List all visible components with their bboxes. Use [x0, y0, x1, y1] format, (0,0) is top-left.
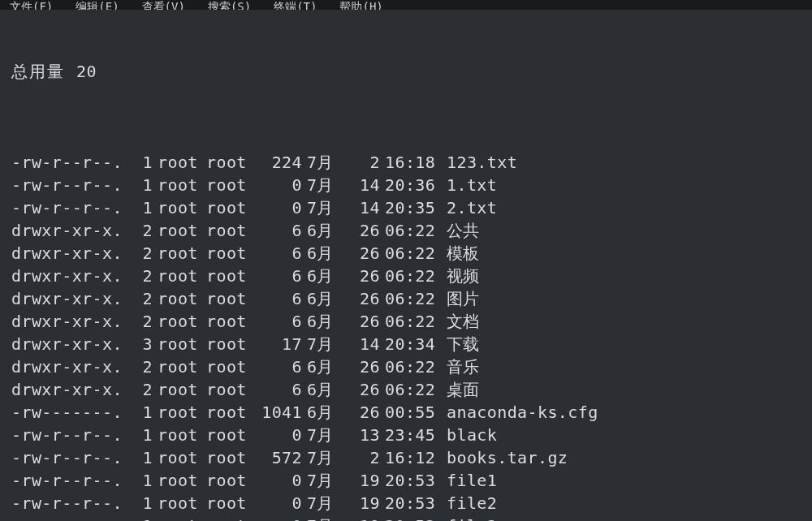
size: 17	[255, 333, 302, 355]
group: root	[206, 219, 255, 242]
month: 7月	[307, 469, 344, 492]
time: 20:34	[385, 333, 442, 355]
group: root	[206, 333, 255, 355]
menu-search[interactable]: 搜索(S)	[208, 0, 251, 10]
time: 16:12	[385, 446, 442, 469]
group: root	[206, 378, 255, 401]
group: root	[206, 151, 255, 174]
month: 7月	[307, 151, 344, 174]
group: root	[206, 355, 255, 378]
file-row: drwxr-xr-x.3rootroot177月1420:34下载	[11, 333, 801, 355]
size: 0	[255, 515, 302, 521]
file-name: 图片	[447, 287, 480, 310]
permissions: drwxr-xr-x.	[11, 287, 135, 310]
file-row: -rw-r--r--.1rootroot07月1420:361.txt	[11, 174, 801, 196]
time: 20:35	[385, 196, 442, 219]
permissions: -rw-r--r--.	[11, 515, 135, 521]
link-count: 2	[135, 310, 153, 333]
month: 6月	[307, 287, 344, 310]
group: root	[206, 310, 255, 333]
month: 6月	[307, 401, 344, 424]
owner: root	[158, 219, 206, 242]
permissions: drwxr-xr-x.	[11, 355, 135, 378]
time: 06:22	[385, 355, 442, 378]
menubar: 文件(F) 编辑(E) 查看(V) 搜索(S) 终端(T) 帮助(H)	[0, 0, 812, 10]
month: 7月	[307, 333, 344, 355]
month: 7月	[307, 446, 344, 469]
link-count: 1	[135, 196, 153, 219]
owner: root	[158, 151, 206, 174]
size: 0	[255, 492, 302, 515]
owner: root	[158, 469, 206, 492]
file-row: drwxr-xr-x.2rootroot66月2606:22视频	[11, 265, 801, 287]
group: root	[206, 424, 255, 446]
permissions: -rw-r--r--.	[11, 196, 135, 219]
menu-help[interactable]: 帮助(H)	[339, 0, 382, 10]
link-count: 1	[135, 446, 153, 469]
group: root	[206, 287, 255, 310]
file-row: -rw-r--r--.1rootroot5727月216:12books.tar…	[11, 446, 801, 469]
day: 19	[349, 492, 380, 515]
time: 00:55	[385, 401, 442, 424]
size: 0	[255, 174, 302, 196]
time: 06:22	[385, 287, 442, 310]
link-count: 2	[135, 287, 153, 310]
file-row: drwxr-xr-x.2rootroot66月2606:22图片	[11, 287, 801, 310]
owner: root	[158, 492, 206, 515]
size: 572	[255, 446, 302, 469]
owner: root	[158, 196, 206, 219]
file-row: -rw-r--r--.1rootroot07月1420:352.txt	[11, 196, 801, 219]
link-count: 2	[135, 355, 153, 378]
owner: root	[158, 424, 206, 446]
size: 6	[255, 355, 302, 378]
time: 06:22	[385, 310, 442, 333]
link-count: 1	[135, 174, 153, 196]
link-count: 2	[135, 242, 153, 265]
file-name: 模板	[447, 242, 480, 265]
menu-view[interactable]: 查看(V)	[142, 0, 185, 10]
file-name: 音乐	[447, 355, 480, 378]
group: root	[206, 242, 255, 265]
file-row: drwxr-xr-x.2rootroot66月2606:22桌面	[11, 378, 801, 401]
link-count: 1	[135, 401, 153, 424]
owner: root	[158, 355, 206, 378]
file-row: -rw-r--r--.1rootroot07月1323:45black	[11, 424, 801, 446]
time: 06:22	[385, 265, 442, 287]
owner: root	[158, 310, 206, 333]
owner: root	[158, 515, 206, 521]
month: 6月	[307, 265, 344, 287]
file-row: drwxr-xr-x.2rootroot66月2606:22音乐	[11, 355, 801, 378]
month: 7月	[307, 492, 344, 515]
month: 7月	[307, 174, 344, 196]
day: 26	[349, 401, 380, 424]
group: root	[206, 492, 255, 515]
permissions: drwxr-xr-x.	[11, 265, 135, 287]
file-row: -rw-r--r--.1rootroot2247月216:18123.txt	[11, 151, 801, 174]
file-row: -rw-r--r--.1rootroot07月1920:53file3	[11, 515, 801, 521]
owner: root	[158, 287, 206, 310]
total-value: 20	[76, 62, 97, 81]
month: 7月	[307, 196, 344, 219]
permissions: -rw-r--r--.	[11, 446, 135, 469]
size: 0	[255, 424, 302, 446]
size: 1041	[255, 401, 302, 424]
permissions: drwxr-xr-x.	[11, 310, 135, 333]
menu-terminal[interactable]: 终端(T)	[274, 0, 317, 10]
month: 6月	[307, 378, 344, 401]
day: 26	[349, 287, 380, 310]
month: 6月	[307, 355, 344, 378]
file-name: file2	[447, 492, 497, 515]
owner: root	[158, 446, 206, 469]
file-name: file1	[447, 469, 497, 492]
permissions: drwxr-xr-x.	[11, 242, 135, 265]
file-row: drwxr-xr-x.2rootroot66月2606:22公共	[11, 219, 801, 242]
time: 20:36	[385, 174, 442, 196]
menu-file[interactable]: 文件(F)	[10, 0, 53, 10]
terminal-output[interactable]: 总用量 20 -rw-r--r--.1rootroot2247月216:1812…	[0, 10, 812, 521]
day: 14	[349, 196, 380, 219]
time: 20:53	[385, 469, 442, 492]
link-count: 1	[135, 151, 153, 174]
menu-edit[interactable]: 编辑(E)	[76, 0, 119, 10]
month: 6月	[307, 242, 344, 265]
day: 19	[349, 469, 380, 492]
